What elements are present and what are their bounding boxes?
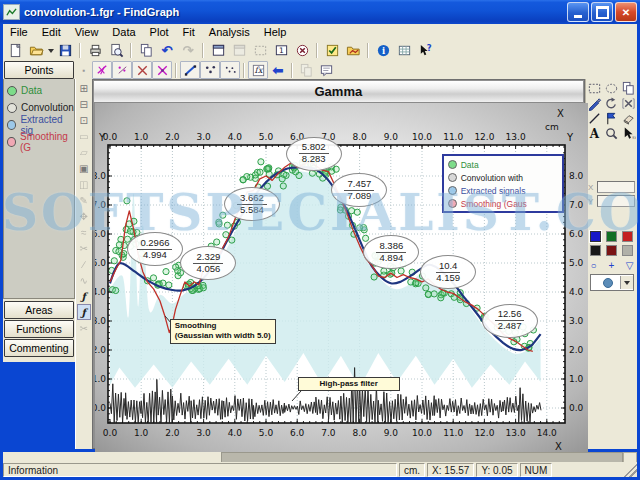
open-file-button[interactable] bbox=[26, 42, 46, 60]
zoom-tool-button[interactable] bbox=[603, 126, 620, 141]
properties-button[interactable]: i bbox=[373, 42, 393, 60]
menu-analysis[interactable]: Analysis bbox=[202, 25, 257, 39]
title-bar[interactable]: convolution-1.fgr - FindGraph ✕ bbox=[0, 0, 640, 24]
data-point[interactable] bbox=[163, 269, 169, 275]
data-point[interactable] bbox=[354, 209, 360, 215]
color-swatch[interactable] bbox=[590, 245, 601, 256]
data-point[interactable] bbox=[112, 287, 118, 293]
pointer-tool-button[interactable]: sv bbox=[620, 126, 637, 141]
select-rect-button[interactable] bbox=[586, 81, 603, 96]
menu-data[interactable]: Data bbox=[105, 25, 142, 39]
data-point[interactable] bbox=[279, 176, 285, 182]
join-curve-button[interactable]: ∕ bbox=[77, 256, 91, 272]
tab-commenting[interactable]: Commenting bbox=[4, 339, 74, 357]
transform-points-button[interactable]: fx bbox=[248, 61, 268, 79]
data-point[interactable] bbox=[213, 239, 219, 245]
series-item-4[interactable]: Smoothing (G bbox=[4, 133, 74, 150]
clear-points-button[interactable] bbox=[132, 61, 152, 79]
context-help-button[interactable]: ? bbox=[415, 42, 435, 60]
text-tool-button[interactable]: A bbox=[586, 126, 603, 141]
data-point[interactable] bbox=[398, 268, 404, 274]
drag-points-button[interactable]: ✥ bbox=[77, 208, 91, 224]
eyedropper-button[interactable] bbox=[586, 96, 603, 111]
marker-style-button[interactable]: ○ bbox=[587, 259, 600, 271]
data-point[interactable] bbox=[356, 225, 362, 231]
x-coordinate-field[interactable] bbox=[597, 181, 635, 193]
redo-button[interactable]: ↷ bbox=[178, 42, 198, 60]
color-swatch[interactable] bbox=[622, 245, 633, 256]
data-point[interactable] bbox=[380, 268, 386, 274]
maximize-button[interactable] bbox=[591, 2, 613, 22]
data-point[interactable] bbox=[224, 222, 230, 228]
data-point[interactable] bbox=[362, 235, 368, 241]
close-button[interactable]: ✕ bbox=[615, 2, 637, 22]
draw-scatter-button[interactable] bbox=[200, 61, 220, 79]
new-document-button[interactable] bbox=[5, 42, 25, 60]
data-point[interactable] bbox=[422, 285, 428, 291]
menu-view[interactable]: View bbox=[68, 25, 106, 39]
plot-template-button[interactable] bbox=[229, 42, 249, 60]
color-swatch[interactable] bbox=[622, 231, 633, 242]
edit-curve-button[interactable]: ≈ bbox=[77, 224, 91, 240]
add-point-button[interactable]: ⊞ bbox=[77, 80, 91, 96]
data-point[interactable] bbox=[219, 212, 225, 218]
undo-button[interactable]: ↶ bbox=[157, 42, 177, 60]
draw-scatter-small-button[interactable] bbox=[220, 61, 240, 79]
smooth-tool-button[interactable]: ∿ bbox=[77, 272, 91, 288]
plot-title-bar[interactable]: Gamma bbox=[94, 81, 583, 103]
data-point[interactable] bbox=[150, 275, 156, 281]
chart-area[interactable]: 0.01.02.03.04.05.06.07.08.09.010.011.012… bbox=[95, 103, 588, 447]
smooth-points-button[interactable] bbox=[112, 61, 132, 79]
data-point[interactable] bbox=[111, 258, 117, 264]
data-point[interactable] bbox=[264, 166, 270, 172]
filter-points-button[interactable] bbox=[152, 61, 172, 79]
paste-comment-button[interactable] bbox=[316, 61, 336, 79]
paste-object-button[interactable] bbox=[620, 81, 637, 96]
undo-zoom-button[interactable]: ⬅ bbox=[268, 61, 288, 79]
menu-file[interactable]: File bbox=[3, 25, 35, 39]
data-point[interactable] bbox=[431, 291, 437, 297]
minimize-button[interactable] bbox=[567, 2, 589, 22]
data-point[interactable] bbox=[123, 198, 129, 204]
move-points-button[interactable]: ✎ bbox=[77, 192, 91, 208]
data-point[interactable] bbox=[240, 177, 246, 183]
f-x-button[interactable]: ƒ bbox=[77, 304, 91, 320]
marker-style-button[interactable]: + bbox=[605, 259, 618, 271]
dropdown-arrow-icon[interactable] bbox=[620, 276, 633, 289]
add-plot-object-button[interactable]: ⊡ bbox=[77, 112, 91, 128]
data-point[interactable] bbox=[371, 274, 377, 280]
eraser-button[interactable] bbox=[620, 111, 637, 126]
add-row-button[interactable]: ⊟ bbox=[77, 96, 91, 112]
delete-plot-button[interactable] bbox=[292, 42, 312, 60]
data-point[interactable] bbox=[172, 264, 178, 270]
rotate-selection-button[interactable] bbox=[603, 96, 620, 111]
scissors-button[interactable]: ✂ bbox=[77, 320, 91, 336]
delete-selection-button[interactable] bbox=[620, 96, 637, 111]
menu-edit[interactable]: Edit bbox=[35, 25, 68, 39]
color-swatch[interactable] bbox=[606, 245, 617, 256]
fill-flag-button[interactable] bbox=[603, 111, 620, 126]
tab-functions[interactable]: Functions bbox=[4, 320, 74, 338]
tab-points[interactable]: Points bbox=[4, 61, 74, 79]
select-lasso-button[interactable] bbox=[603, 81, 620, 96]
print-button[interactable] bbox=[85, 42, 105, 60]
open-dropdown-arrow[interactable] bbox=[48, 49, 54, 53]
edit-points-button[interactable] bbox=[92, 61, 112, 79]
menu-help[interactable]: Help bbox=[257, 25, 294, 39]
series-item-1[interactable]: Data bbox=[4, 82, 74, 99]
data-point[interactable] bbox=[257, 159, 263, 165]
draw-segment-button[interactable] bbox=[586, 111, 603, 126]
add-area-button[interactable]: ▭ bbox=[77, 128, 91, 144]
menu-plot[interactable]: Plot bbox=[143, 25, 176, 39]
data-point[interactable] bbox=[437, 295, 443, 301]
data-point[interactable] bbox=[165, 282, 171, 288]
new-plot-button[interactable] bbox=[208, 42, 228, 60]
draw-line-button[interactable] bbox=[180, 61, 200, 79]
copy-plot-button[interactable] bbox=[296, 61, 316, 79]
add-group-button[interactable]: ▱ bbox=[77, 144, 91, 160]
paste-points-button[interactable]: ▣ bbox=[77, 160, 91, 176]
menu-fit[interactable]: Fit bbox=[176, 25, 202, 39]
f-ms-button[interactable]: ƒ bbox=[77, 288, 91, 304]
color-swatch[interactable] bbox=[606, 231, 617, 242]
resize-grip[interactable] bbox=[624, 463, 637, 477]
